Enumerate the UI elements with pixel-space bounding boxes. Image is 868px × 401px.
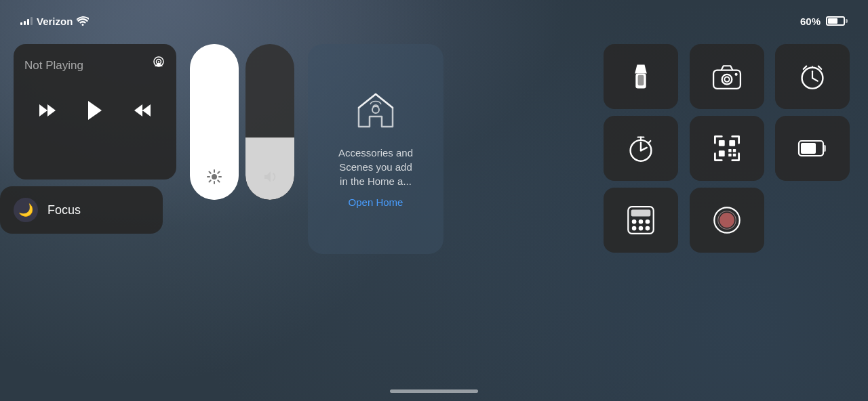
control-center: Not Playing (0, 37, 868, 401)
svg-line-11 (210, 180, 211, 182)
svg-rect-14 (638, 75, 644, 85)
playback-controls (24, 100, 165, 121)
screen-record-button[interactable] (690, 188, 764, 253)
svg-point-39 (639, 219, 644, 224)
focus-label: Focus (47, 203, 81, 217)
timer-button[interactable] (604, 116, 678, 181)
svg-point-42 (639, 226, 644, 231)
brightness-icon (207, 169, 222, 188)
svg-point-17 (724, 77, 729, 82)
now-playing-panel: Not Playing (14, 44, 176, 180)
volume-slider[interactable] (245, 44, 294, 200)
svg-rect-26 (719, 140, 725, 146)
svg-rect-31 (728, 154, 731, 156)
status-left: Verizon (20, 16, 89, 27)
play-button[interactable] (85, 100, 104, 121)
battery-detail-button[interactable] (775, 116, 850, 181)
focus-panel[interactable]: 🌙 Focus (0, 186, 163, 234)
open-home-button[interactable]: Open Home (349, 196, 403, 208)
status-right: 60% (800, 16, 848, 27)
svg-point-46 (719, 213, 734, 228)
battery-icon (826, 16, 848, 26)
airplay-button[interactable] (149, 52, 168, 71)
calculator-button[interactable] (604, 188, 678, 253)
clock-button[interactable] (775, 44, 850, 109)
svg-point-18 (734, 73, 737, 76)
wifi-icon (77, 16, 89, 26)
svg-rect-37 (631, 210, 651, 217)
svg-point-3 (212, 174, 217, 180)
rewind-button[interactable] (38, 103, 58, 118)
moon-icon: 🌙 (14, 198, 38, 222)
svg-line-8 (210, 172, 211, 173)
camera-button[interactable] (690, 44, 764, 109)
svg-point-38 (632, 219, 637, 224)
grid-buttons (604, 44, 854, 253)
home-description: Accessories and Scenes you add in the Ho… (338, 146, 413, 188)
not-playing-label: Not Playing (24, 59, 165, 72)
fast-forward-button[interactable] (132, 103, 152, 118)
home-icon (355, 91, 396, 135)
volume-icon (262, 169, 277, 188)
svg-point-40 (646, 219, 650, 224)
svg-point-12 (372, 106, 379, 113)
signal-strength-icon (20, 17, 33, 25)
svg-rect-34 (823, 145, 826, 152)
status-bar: Verizon 60% (0, 0, 868, 34)
sliders-container (190, 44, 294, 200)
svg-point-2 (158, 61, 159, 62)
battery-percent-label: 60% (800, 16, 821, 27)
brightness-slider[interactable] (190, 44, 239, 200)
svg-rect-32 (732, 154, 735, 156)
flashlight-button[interactable] (604, 44, 678, 109)
svg-rect-29 (728, 149, 731, 152)
svg-point-41 (632, 226, 637, 231)
svg-rect-35 (801, 143, 816, 154)
svg-rect-30 (732, 149, 735, 152)
svg-rect-15 (713, 70, 741, 89)
svg-line-21 (812, 78, 818, 81)
qr-scanner-button[interactable] (690, 116, 764, 181)
svg-line-10 (218, 172, 219, 173)
carrier-label: Verizon (37, 16, 73, 27)
svg-rect-28 (719, 150, 725, 156)
left-section: Not Playing (14, 44, 176, 180)
svg-point-16 (722, 75, 732, 85)
svg-line-9 (218, 180, 219, 182)
svg-point-43 (646, 226, 650, 231)
svg-rect-27 (729, 140, 735, 146)
home-panel: Accessories and Scenes you add in the Ho… (308, 44, 443, 254)
